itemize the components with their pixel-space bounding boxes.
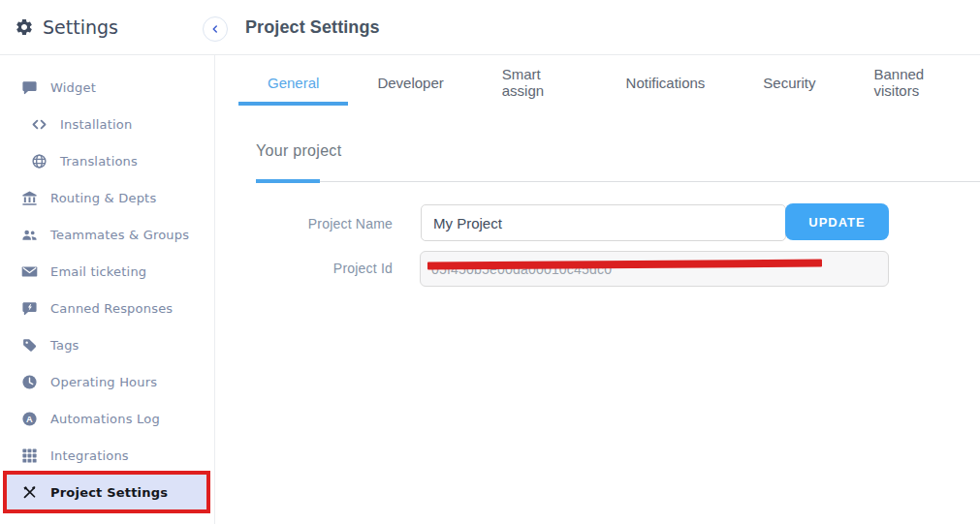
- bank-icon: [21, 190, 38, 206]
- sidebar-item-label: Installation: [60, 117, 132, 132]
- sidebar-item-integrations[interactable]: Integrations: [0, 437, 214, 474]
- app-brand: Settings: [15, 0, 118, 54]
- tab-security[interactable]: Security: [734, 63, 844, 106]
- section-divider: [256, 181, 980, 182]
- sidebar-item-label: Operating Hours: [50, 375, 157, 389]
- project-name-label: Project Name: [233, 216, 393, 231]
- update-button[interactable]: UPDATE: [785, 203, 889, 240]
- project-id-value: 05f450b5e00da00010c45dc0: [431, 262, 612, 277]
- sidebar-collapse-button[interactable]: [203, 16, 228, 42]
- settings-tabs: General Developer Smart assign Notificat…: [238, 63, 980, 106]
- chat-bubble-icon: [21, 79, 38, 96]
- sidebar-item-label: Tags: [50, 338, 79, 353]
- envelope-icon: [21, 263, 38, 280]
- tab-developer[interactable]: Developer: [348, 63, 472, 106]
- project-id-field[interactable]: 05f450b5e00da00010c45dc0: [420, 251, 889, 287]
- tab-smart-assign[interactable]: Smart assign: [473, 63, 597, 106]
- clock-icon: [21, 374, 38, 390]
- sidebar-item-label: Canned Responses: [50, 301, 173, 316]
- chevron-left-icon: [209, 23, 221, 35]
- sidebar-item-label: Project Settings: [50, 485, 168, 500]
- page-title: Project Settings: [245, 0, 380, 54]
- app-title: Settings: [43, 16, 118, 38]
- sidebar-item-label: Translations: [60, 154, 138, 169]
- code-icon: [31, 116, 47, 133]
- section-heading: Your project: [256, 142, 341, 160]
- chat-lightning-icon: [21, 300, 38, 317]
- sidebar-item-label: Email ticketing: [50, 264, 146, 279]
- globe-icon: [31, 153, 47, 170]
- sidebar-item-canned-responses[interactable]: Canned Responses: [0, 290, 214, 326]
- project-id-label: Project Id: [233, 261, 393, 276]
- sidebar-item-label: Teammates & Groups: [50, 228, 189, 242]
- circle-a-icon: A: [21, 411, 38, 427]
- top-bar: Settings Project Settings: [0, 0, 980, 55]
- settings-sidebar: Widget Installation Translations Routing…: [0, 55, 215, 524]
- tag-icon: [21, 337, 38, 354]
- sidebar-item-tags[interactable]: Tags: [0, 326, 214, 363]
- tab-notifications[interactable]: Notifications: [597, 63, 735, 106]
- tab-banned-visitors[interactable]: Banned visitors: [845, 63, 980, 106]
- sidebar-item-label: Widget: [50, 80, 96, 95]
- grid-icon: [21, 447, 38, 464]
- sidebar-item-label: Routing & Depts: [50, 191, 156, 205]
- sidebar-item-translations[interactable]: Translations: [0, 142, 214, 179]
- people-icon: [21, 227, 38, 243]
- svg-text:A: A: [26, 414, 33, 423]
- sidebar-item-teammates-groups[interactable]: Teammates & Groups: [0, 216, 214, 253]
- project-name-input[interactable]: [421, 204, 786, 241]
- sidebar-item-operating-hours[interactable]: Operating Hours: [0, 363, 214, 400]
- sidebar-item-widget[interactable]: Widget: [0, 69, 214, 106]
- sidebar-item-label: Integrations: [50, 448, 129, 463]
- sidebar-item-email-ticketing[interactable]: Email ticketing: [0, 253, 214, 290]
- tools-icon: [21, 484, 38, 501]
- tab-general[interactable]: General: [238, 63, 348, 106]
- sidebar-item-project-settings[interactable]: Project Settings: [6, 474, 207, 510]
- sidebar-item-label: Automations Log: [50, 412, 160, 426]
- sidebar-item-routing-depts[interactable]: Routing & Depts: [0, 179, 214, 216]
- section-accent-underline: [256, 179, 320, 183]
- sidebar-item-installation[interactable]: Installation: [0, 106, 214, 142]
- gear-icon: [15, 17, 34, 37]
- sidebar-item-automations-log[interactable]: A Automations Log: [0, 400, 214, 437]
